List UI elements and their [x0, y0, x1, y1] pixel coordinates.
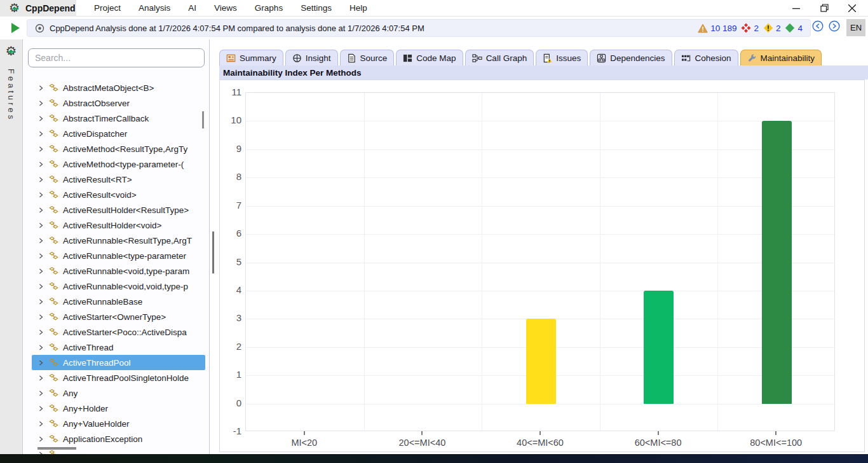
tab-code-map[interactable]: Code Map — [396, 50, 463, 66]
x-axis-tick — [421, 431, 423, 435]
badge-value: 2 — [754, 24, 759, 33]
tree-item[interactable]: AbstractMetaObject<B> — [32, 80, 205, 95]
tree-item-label: ActiveResult<void> — [63, 190, 137, 200]
tree-item[interactable]: ActiveResultHolder<ResultType> — [32, 202, 205, 218]
tree-item[interactable]: ActiveRunnable<type-parameter — [32, 248, 205, 263]
class-icon — [49, 297, 58, 307]
tree-item[interactable]: ActiveStarter<OwnerType> — [32, 309, 205, 324]
chevron-right-icon[interactable] — [37, 436, 44, 443]
chevron-right-icon[interactable] — [37, 130, 44, 137]
tree-item-label: ActiveRunnable<ResultType,ArgT — [63, 236, 192, 245]
tree-item[interactable]: ActiveMethod<type-parameter-( — [32, 156, 205, 172]
chevron-right-icon[interactable] — [37, 268, 44, 275]
chevron-right-icon[interactable] — [37, 237, 44, 244]
analysis-status-bar: CppDepend Analysis done at 1/7/2026 4:07… — [27, 19, 811, 37]
tree-item[interactable]: Any — [32, 385, 205, 401]
tree-item[interactable]: ActiveStarter<Poco::ActiveDispa — [32, 324, 205, 340]
tree-item[interactable]: ActiveRunnableBase — [32, 294, 205, 309]
chevron-right-icon[interactable] — [37, 191, 44, 198]
tree-item-label: ActiveMethod<type-parameter-( — [63, 160, 184, 169]
badge-critical-rules-diamond[interactable]: 2 — [741, 23, 759, 33]
menu-item-graphs[interactable]: Graphs — [246, 0, 292, 17]
tree-item[interactable]: Any+ValueHolder — [32, 416, 205, 431]
tab-call-graph[interactable]: Call Graph — [465, 50, 534, 66]
chevron-right-icon[interactable] — [37, 207, 44, 214]
tree-item-selected[interactable]: ActiveThreadPool — [32, 355, 205, 370]
chevron-right-icon[interactable] — [37, 329, 44, 336]
badge-violated-rules-diamond[interactable]: 2 — [763, 23, 781, 33]
chevron-right-icon[interactable] — [37, 252, 44, 259]
gridline — [600, 93, 600, 431]
chevron-right-icon[interactable] — [37, 283, 44, 290]
chevron-right-icon[interactable] — [37, 146, 44, 153]
tree-item[interactable]: Any+Holder — [32, 401, 205, 416]
nav-back-button[interactable] — [812, 20, 824, 32]
tree-item[interactable]: ActiveThreadPoolSingletonHolde — [32, 370, 205, 385]
tree-item[interactable]: ActiveResult<void> — [32, 187, 205, 202]
taskbar[interactable] — [0, 454, 868, 463]
menu-item-analysis[interactable]: Analysis — [130, 0, 179, 17]
maximize-button[interactable] — [817, 2, 831, 15]
tree-item[interactable]: ActiveDispatcher — [32, 126, 205, 141]
menu-item-settings[interactable]: Settings — [292, 0, 341, 17]
chevron-right-icon[interactable] — [37, 161, 44, 168]
class-icon — [49, 404, 58, 413]
tree-item-label: AbstractTimerCallback — [63, 114, 149, 123]
tab-summary[interactable]: Summary — [219, 50, 283, 66]
chevron-right-icon[interactable] — [37, 298, 44, 305]
tree-item[interactable]: ActiveRunnable<void,type-param — [32, 263, 205, 279]
language-button[interactable]: EN — [846, 19, 865, 36]
tab-source[interactable]: Source — [340, 50, 395, 66]
chevron-right-icon[interactable] — [37, 405, 44, 412]
menu-item-ai[interactable]: AI — [179, 0, 205, 17]
run-analysis-button[interactable] — [11, 23, 20, 33]
nav-forward-button[interactable] — [829, 20, 840, 32]
tree-item[interactable]: AbstractTimerCallback — [32, 111, 205, 126]
chevron-right-icon[interactable] — [37, 176, 44, 183]
tree-item[interactable]: ApplicationException — [32, 431, 205, 446]
panel-splitter[interactable] — [212, 232, 214, 273]
toolbar: CppDepend Analysis done at 1/7/2026 4:07… — [0, 17, 868, 39]
chevron-right-icon[interactable] — [37, 420, 44, 427]
tree-item[interactable]: ActiveResult<RT> — [32, 172, 205, 187]
chevron-right-icon[interactable] — [37, 390, 44, 397]
menu-item-help[interactable]: Help — [341, 0, 376, 17]
badge-warning-triangle[interactable]: 10 189 — [698, 24, 736, 33]
tree-horizontal-scrollbar[interactable] — [37, 447, 76, 450]
chevron-right-icon[interactable] — [37, 375, 44, 382]
chevron-right-icon[interactable] — [37, 222, 44, 229]
chevron-right-icon[interactable] — [37, 85, 44, 92]
tree-item[interactable]: ActiveRunnable<void,void,type-p — [32, 279, 205, 294]
menu-item-views[interactable]: Views — [205, 0, 246, 17]
tab-issues[interactable]: Issues — [536, 50, 588, 66]
chevron-right-icon[interactable] — [37, 314, 44, 321]
class-icon — [49, 236, 58, 245]
chevron-right-icon[interactable] — [37, 344, 44, 351]
tab-maintainability[interactable]: Maintainability — [740, 50, 822, 66]
menu-item-project[interactable]: Project — [85, 0, 130, 17]
tree-item-label: ActiveRunnable<type-parameter — [63, 251, 186, 261]
minimize-button[interactable] — [789, 2, 803, 15]
chevron-right-icon[interactable] — [37, 359, 44, 366]
chevron-right-icon[interactable] — [37, 100, 44, 107]
close-button[interactable] — [845, 2, 859, 15]
tree-item[interactable]: ActiveThread — [32, 340, 205, 355]
features-gear-icon[interactable]: ⚙ — [4, 45, 18, 59]
tab-dependencies[interactable]: Dependencies — [590, 50, 672, 66]
tree-item[interactable]: AbstractObserver — [32, 95, 205, 111]
tab-cohesion[interactable]: Cohesion — [674, 50, 738, 66]
content-area: SummaryInsightSourceCode MapCall GraphIs… — [216, 39, 868, 454]
chevron-right-icon[interactable] — [37, 115, 44, 122]
badge-ok-rules-diamond[interactable]: 4 — [785, 23, 803, 33]
class-icon — [49, 312, 58, 322]
tree-item[interactable]: ActiveResultHolder<void> — [32, 218, 205, 233]
tab-insight[interactable]: Insight — [285, 50, 338, 66]
y-axis-label: 4 — [220, 284, 241, 295]
y-axis-label: 10 — [220, 114, 241, 125]
search-input[interactable] — [28, 48, 205, 67]
tree-item[interactable]: ActiveRunnable<ResultType,ArgT — [32, 233, 205, 248]
tree-item[interactable]: ActiveMethod<ResultType,ArgTy — [32, 141, 205, 156]
tree-vertical-scrollbar[interactable] — [202, 111, 204, 128]
app-title: CppDepend — [25, 3, 76, 13]
tree-panel: AbstractMetaObject<B>AbstractObserverAbs… — [24, 39, 210, 454]
